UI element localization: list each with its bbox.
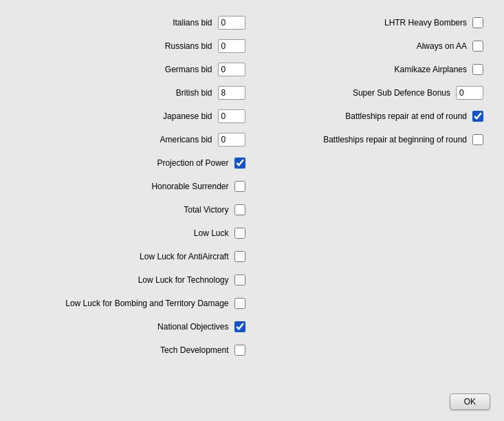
- label-low-luck-technology: Low Luck for Technology: [138, 275, 229, 285]
- label-russians-bid: Russians bid: [165, 41, 212, 51]
- checkbox-low-luck[interactable]: [234, 228, 245, 239]
- row-projection-of-power: Projection of Power: [21, 154, 245, 172]
- checkbox-battleships-begin[interactable]: [472, 134, 483, 145]
- input-americans-bid[interactable]: [218, 133, 245, 147]
- row-low-luck-technology: Low Luck for Technology: [21, 271, 245, 289]
- input-russians-bid[interactable]: [218, 39, 245, 53]
- checkbox-lhtr-heavy-bombers[interactable]: [472, 17, 483, 28]
- row-low-luck-bombing: Low Luck for Bombing and Territory Damag…: [21, 294, 245, 312]
- row-kamikaze-airplanes: Kamikaze Airplanes: [259, 61, 484, 78]
- row-lhtr-heavy-bombers: LHTR Heavy Bombers: [259, 14, 484, 32]
- row-super-sub-defence: Super Sub Defence Bonus: [259, 84, 484, 102]
- left-column: Italians bidRussians bidGermans bidBriti…: [21, 14, 245, 365]
- row-japanese-bid: Japanese bid: [21, 107, 245, 125]
- label-honorable-surrender: Honorable Surrender: [151, 182, 228, 191]
- checkbox-low-luck-technology[interactable]: [234, 274, 245, 285]
- checkbox-honorable-surrender[interactable]: [234, 181, 245, 192]
- row-battleships-begin: Battleships repair at beginning of round: [259, 131, 484, 149]
- checkbox-tech-development[interactable]: [234, 345, 245, 356]
- label-british-bid: British bid: [176, 88, 212, 98]
- checkbox-low-luck-antiaircraft[interactable]: [234, 251, 245, 262]
- row-tech-development: Tech Development: [21, 341, 245, 359]
- label-italians-bid: Italians bid: [173, 18, 212, 28]
- row-national-objectives: National Objectives: [21, 318, 245, 336]
- input-japanese-bid[interactable]: [218, 109, 245, 123]
- row-germans-bid: Germans bid: [21, 61, 245, 78]
- row-russians-bid: Russians bid: [21, 37, 245, 55]
- label-low-luck-antiaircraft: Low Luck for AntiAircraft: [140, 252, 228, 261]
- checkbox-national-objectives[interactable]: [234, 321, 245, 332]
- label-low-luck: Low Luck: [194, 228, 229, 238]
- label-americans-bid: Americans bid: [160, 135, 212, 144]
- checkbox-total-victory[interactable]: [234, 204, 245, 215]
- row-honorable-surrender: Honorable Surrender: [21, 177, 245, 195]
- row-always-on-aa: Always on AA: [259, 37, 484, 55]
- label-total-victory: Total Victory: [184, 205, 228, 215]
- checkbox-battleships-end[interactable]: [472, 111, 483, 122]
- label-japanese-bid: Japanese bid: [163, 111, 212, 121]
- ok-button-row: OK: [450, 393, 490, 410]
- label-germans-bid: Germans bid: [165, 65, 212, 74]
- input-british-bid[interactable]: [218, 86, 245, 100]
- checkbox-kamikaze-airplanes[interactable]: [472, 64, 483, 75]
- row-british-bid: British bid: [21, 84, 245, 102]
- checkbox-projection-of-power[interactable]: [234, 158, 245, 169]
- input-italians-bid[interactable]: [218, 16, 245, 30]
- label-kamikaze-airplanes: Kamikaze Airplanes: [395, 65, 467, 74]
- row-low-luck: Low Luck: [21, 224, 245, 242]
- label-battleships-end: Battleships repair at end of round: [345, 111, 467, 121]
- row-total-victory: Total Victory: [21, 201, 245, 219]
- checkbox-low-luck-bombing[interactable]: [234, 298, 245, 309]
- label-battleships-begin: Battleships repair at beginning of round: [323, 135, 467, 144]
- row-italians-bid: Italians bid: [21, 14, 245, 32]
- input-germans-bid[interactable]: [218, 63, 245, 76]
- ok-button[interactable]: OK: [450, 393, 490, 410]
- label-lhtr-heavy-bombers: LHTR Heavy Bombers: [384, 18, 467, 28]
- label-projection-of-power: Projection of Power: [157, 158, 228, 168]
- label-national-objectives: National Objectives: [157, 322, 228, 332]
- row-americans-bid: Americans bid: [21, 131, 245, 149]
- label-tech-development: Tech Development: [160, 345, 228, 355]
- row-battleships-end: Battleships repair at end of round: [259, 107, 484, 125]
- form-content: Italians bidRussians bidGermans bidBriti…: [21, 14, 483, 365]
- dialog: Italians bidRussians bidGermans bidBriti…: [0, 0, 504, 421]
- right-column: LHTR Heavy BombersAlways on AAKamikaze A…: [245, 14, 484, 365]
- label-always-on-aa: Always on AA: [417, 41, 467, 51]
- checkbox-always-on-aa[interactable]: [472, 41, 483, 52]
- input-super-sub-defence[interactable]: [456, 86, 483, 100]
- label-super-sub-defence: Super Sub Defence Bonus: [353, 88, 450, 98]
- row-low-luck-antiaircraft: Low Luck for AntiAircraft: [21, 248, 245, 266]
- label-low-luck-bombing: Low Luck for Bombing and Territory Damag…: [65, 299, 228, 308]
